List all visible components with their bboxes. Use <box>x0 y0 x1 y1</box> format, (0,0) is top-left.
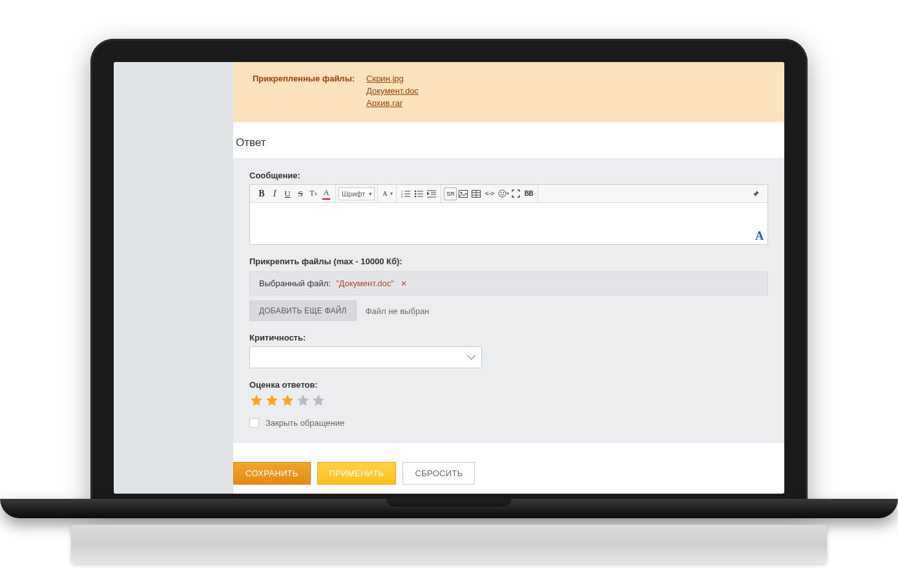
priority-select[interactable] <box>249 346 482 368</box>
add-file-button[interactable]: ДОБАВИТЬ ЕЩЕ ФАЙЛ <box>249 300 357 321</box>
star-filled-icon[interactable] <box>249 394 264 408</box>
sidebar-region <box>114 62 233 494</box>
svg-point-24 <box>501 192 502 193</box>
priority-label: Критичность: <box>249 333 768 342</box>
svg-text:3: 3 <box>401 195 403 198</box>
star-filled-icon[interactable] <box>265 394 279 408</box>
attached-files-list: Скрин.jpg Документ.doc Архив.rar <box>366 74 419 108</box>
svg-point-25 <box>503 192 505 193</box>
reply-form: Сообщение: B I U S Tx A <box>233 158 784 443</box>
ordered-list-icon[interactable]: 123 <box>399 187 412 200</box>
svg-marker-16 <box>427 192 430 195</box>
bbcode-icon[interactable]: BB <box>522 187 535 200</box>
message-label: Сообщение: <box>249 171 768 180</box>
attached-file-link[interactable]: Документ.doc <box>366 86 419 96</box>
selected-file-row: Выбранный файл: "Документ.doc" ✕ <box>249 271 768 295</box>
svg-point-18 <box>461 191 463 193</box>
laptop-notch <box>386 499 512 508</box>
close-request-row: Закрыть обращение <box>249 418 768 428</box>
image-icon[interactable] <box>457 187 470 200</box>
subscript-icon[interactable]: SR <box>444 187 457 200</box>
app-page: Прикрепленные файлы: Скрин.jpg Документ.… <box>114 62 784 494</box>
italic-icon[interactable]: I <box>268 187 281 200</box>
selected-file-label: Выбранный файл: <box>259 278 331 288</box>
selected-file-name: "Документ.doc" <box>336 278 394 288</box>
section-title: Ответ <box>233 134 784 158</box>
action-buttons-row: СОХРАНИТЬ ПРИМЕНИТЬ СБРОСИТЬ <box>233 462 784 485</box>
bold-icon[interactable]: B <box>255 187 268 200</box>
code-icon[interactable]: <··> <box>483 187 496 200</box>
font-family-select[interactable]: Шрифт <box>339 187 375 200</box>
editor: B I U S Tx A Шрифт A <box>249 184 768 245</box>
clear-format-icon[interactable]: Tx <box>307 187 320 200</box>
apply-button[interactable]: ПРИМЕНИТЬ <box>317 462 397 485</box>
rating-label: Оценка ответов: <box>249 380 768 390</box>
save-button[interactable]: СОХРАНИТЬ <box>233 462 311 485</box>
attached-files-label: Прикрепленные файлы: <box>253 74 355 83</box>
svg-point-23 <box>499 190 506 197</box>
text-color-icon[interactable]: A <box>320 187 333 200</box>
content-region: Прикрепленные файлы: Скрин.jpg Документ.… <box>233 62 784 494</box>
unordered-list-icon[interactable] <box>412 187 425 200</box>
add-file-row: ДОБАВИТЬ ЕЩЕ ФАЙЛ Файл не выбран <box>249 300 768 321</box>
attached-file-link[interactable]: Скрин.jpg <box>366 74 419 83</box>
outdent-icon[interactable] <box>425 187 438 200</box>
priority-select-wrap <box>249 346 482 368</box>
svg-point-9 <box>415 190 417 192</box>
star-filled-icon[interactable] <box>280 394 295 408</box>
editor-textarea[interactable]: A <box>250 203 767 244</box>
attached-file-link[interactable]: Архив.rar <box>366 98 419 108</box>
underline-icon[interactable]: U <box>281 187 294 200</box>
fullscreen-icon[interactable] <box>509 187 522 200</box>
remove-file-icon[interactable]: ✕ <box>399 279 408 288</box>
editor-toolbar: B I U S Tx A Шрифт A <box>250 185 767 203</box>
reset-button[interactable]: СБРОСИТЬ <box>402 462 475 485</box>
attached-files-box: Прикрепленные файлы: Скрин.jpg Документ.… <box>233 62 784 122</box>
no-file-text: Файл не выбран <box>366 306 430 316</box>
star-empty-icon[interactable] <box>311 394 326 408</box>
svg-point-10 <box>415 193 417 194</box>
close-request-label: Закрыть обращение <box>266 418 344 428</box>
table-icon[interactable] <box>470 187 483 200</box>
attach-label: Прикрепить файлы (max - 10000 Кб): <box>249 257 768 266</box>
editor-resize-handle[interactable]: A <box>755 229 764 243</box>
svg-point-11 <box>415 195 417 197</box>
pin-icon[interactable] <box>749 187 762 200</box>
font-size-select[interactable]: A <box>381 187 393 200</box>
rating-stars <box>249 394 768 408</box>
laptop-stand <box>71 525 827 563</box>
close-request-checkbox[interactable] <box>249 418 259 428</box>
strike-icon[interactable]: S <box>294 187 307 200</box>
star-empty-icon[interactable] <box>296 394 310 408</box>
laptop-screen: Прикрепленные файлы: Скрин.jpg Документ.… <box>114 62 784 494</box>
laptop-frame: Прикрепленные файлы: Скрин.jpg Документ.… <box>90 39 808 504</box>
